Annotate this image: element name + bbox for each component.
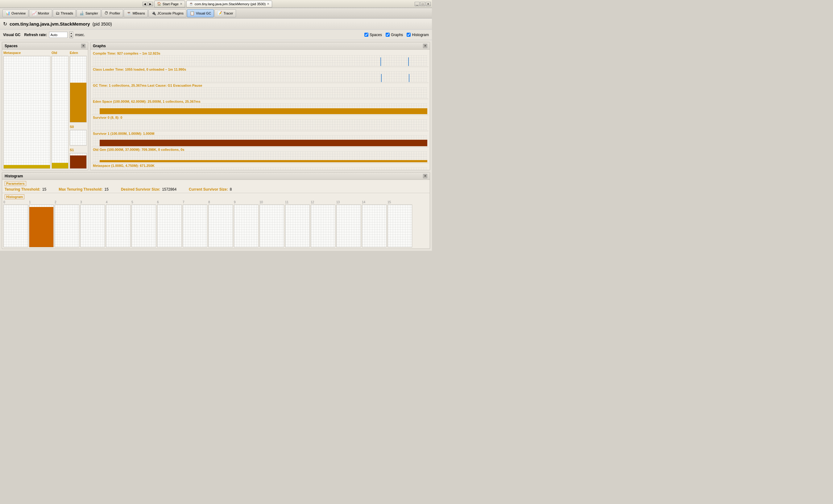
tab-icon-main: ☕ (189, 2, 193, 6)
hist-grid (260, 205, 284, 247)
spaces-checkbox-label: Spaces (370, 33, 382, 37)
hist-box (132, 205, 156, 247)
s0-grid (70, 130, 87, 145)
metaspace-label: Metaspace (3, 51, 50, 55)
win-btn-min[interactable]: _ (415, 2, 420, 6)
monitor-label: Monitor (38, 11, 49, 15)
toolbar-btn-threads[interactable]: 🗂 Threads (53, 9, 76, 17)
tracer-icon: 📝 (217, 11, 222, 16)
browser-tab-main[interactable]: ☕ com.tiny.lang.java.jvm.StackMemory (pi… (186, 1, 272, 7)
browser-tab-start[interactable]: 🏠 Start Page ✕ (154, 1, 185, 7)
graph-label-gctime: GC Time: 1 collections, 25.367ms Last Ca… (93, 83, 427, 87)
graph-area-s1 (93, 136, 427, 146)
win-btn-max[interactable]: □ (420, 2, 425, 6)
win-btn-close[interactable]: ✕ (426, 2, 431, 6)
graphs-close-btn[interactable]: ✕ (423, 44, 427, 48)
refresh-input[interactable] (49, 32, 68, 38)
hist-box (106, 205, 130, 247)
spinner-down[interactable]: ▼ (70, 35, 73, 38)
hist-col-label: 8 (208, 200, 233, 204)
hist-grid (4, 205, 28, 247)
threads-label: Threads (61, 11, 73, 15)
spaces-content: Metaspace Old Eden (2, 50, 88, 170)
hist-box (55, 205, 79, 247)
visualgc-label: Visual GC (196, 11, 211, 15)
toolbar-btn-mbeans[interactable]: ☕ MBeans (124, 9, 148, 17)
profiler-icon: ⏱ (104, 11, 108, 16)
hist-col-9: 9 (234, 200, 259, 247)
metaspace-fill (4, 165, 50, 168)
checkbox-spaces-input[interactable] (364, 33, 368, 37)
hist-col-0: 0 (3, 200, 28, 247)
refresh-unit: msec. (75, 33, 85, 37)
tracer-label: Tracer (223, 11, 233, 15)
refresh-spinner[interactable]: ▲ ▼ (69, 31, 73, 38)
bottom-section: Histogram ✕ Parameters Tenuring Threshol… (0, 172, 432, 251)
win-btn-forward[interactable]: ▶ (148, 2, 153, 6)
hist-col-label: 6 (157, 200, 182, 204)
graph-area-compile (93, 55, 427, 66)
checkbox-graphs-input[interactable] (386, 33, 390, 37)
graph-label-oldgen: Old Gen (100.000M, 37.000M): 709.398K, 0… (93, 148, 427, 151)
hist-col-label: 14 (362, 200, 386, 204)
param-tenuring: Tenuring Threshold: 15 (5, 187, 46, 192)
toolbar-btn-tracer[interactable]: 📝 Tracer (214, 9, 236, 17)
metaspace-grid (4, 56, 50, 168)
tab-close-main[interactable]: ✕ (267, 2, 269, 5)
spaces-panel-header: Spaces ✕ (2, 42, 88, 50)
tab-label-main: com.tiny.lang.java.jvm.StackMemory (pid … (195, 2, 266, 6)
eden-bar (100, 108, 427, 114)
hist-section-label: Histogram (5, 194, 24, 199)
toolbar-btn-monitor[interactable]: 📈 Monitor (29, 9, 52, 17)
hist-col-label: 9 (234, 200, 259, 204)
toolbar-btn-overview[interactable]: 📊 Overview (2, 9, 28, 17)
hist-grid (157, 205, 182, 247)
win-btn-back[interactable]: ◀ (143, 2, 147, 6)
graph-row-s0: Survivor 0 (8, 8): 0 (92, 115, 429, 131)
histogram-close-btn[interactable]: ✕ (423, 174, 427, 178)
win-controls-right: _ □ ✕ (415, 2, 431, 6)
max-tenuring-name: Max Tenuring Threshold: (58, 187, 102, 192)
spaces-close-btn[interactable]: ✕ (81, 44, 86, 48)
hist-box (285, 205, 310, 247)
param-current: Current Survivor Size: 8 (189, 187, 232, 192)
hist-box (183, 205, 207, 247)
checkbox-histogram-input[interactable] (407, 33, 411, 37)
desired-name: Desired Survivor Size: (121, 187, 160, 192)
toolbar-btn-profiler[interactable]: ⏱ Profiler (101, 9, 123, 17)
hist-box (80, 205, 105, 247)
jconsole-icon: 🔌 (151, 11, 156, 16)
hist-grid (311, 205, 335, 247)
s1-bar (100, 140, 427, 146)
hist-col-10: 10 (259, 200, 284, 247)
toolbar-btn-jconsole[interactable]: 🔌 JConsole Plugins (148, 9, 186, 17)
graph-row-metaspace: Metaspace (1.008G, 4.750M): 671.250K (92, 163, 429, 170)
desired-value: 1572864 (162, 187, 176, 192)
graphs-content: Compile Time: 927 compiles – 1m 12.923s … (90, 50, 430, 170)
hist-col-label: 3 (80, 200, 105, 204)
histogram-grid: 0123456789101112131415 (2, 199, 430, 248)
main-content: Spaces ✕ Metaspace Old (0, 40, 432, 172)
hist-col-15: 15 (387, 200, 412, 247)
graph-area-s0 (93, 119, 427, 130)
hist-grid (362, 205, 386, 247)
spike-compile-2 (408, 57, 409, 66)
toolbar-btn-sampler[interactable]: 🔬 Sampler (76, 9, 101, 17)
hist-col-3: 3 (80, 200, 105, 247)
hist-col-label: 11 (285, 200, 310, 204)
hist-col-label: 4 (106, 200, 130, 204)
checkbox-histogram[interactable]: Histogram (407, 33, 429, 37)
monitor-icon: 📈 (32, 11, 37, 16)
params-row: Tenuring Threshold: 15 Max Tenuring Thre… (5, 187, 427, 192)
title-bar: ◀ ▶ 🏠 Start Page ✕ ☕ com.tiny.lang.java.… (0, 0, 432, 8)
toolbar-btn-visualgc[interactable]: 📋 Visual GC (187, 9, 214, 17)
hist-grid (183, 205, 207, 247)
tab-close-start[interactable]: ✕ (180, 2, 182, 5)
hist-col-label: 0 (3, 200, 28, 204)
spinner-up[interactable]: ▲ (70, 32, 73, 35)
checkbox-graphs[interactable]: Graphs (386, 33, 403, 37)
profiler-label: Profiler (110, 11, 120, 15)
mbeans-label: MBeans (133, 11, 145, 15)
hist-box (234, 205, 259, 247)
checkbox-spaces[interactable]: Spaces (364, 33, 382, 37)
